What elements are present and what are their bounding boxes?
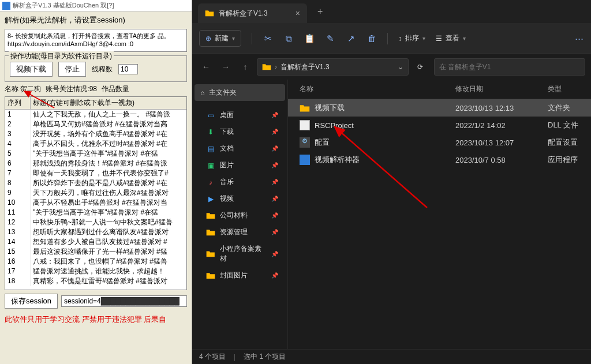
status-bar: 4 个项目 | 选中 1 个项目 <box>192 349 591 364</box>
view-button[interactable]: ☰ 查看 ▾ <box>436 33 466 43</box>
table-row[interactable]: 5"关于我想当高手这件事"#猛兽派对 #在猛 <box>5 149 186 159</box>
parse-label: 解析(如果无法解析，请设置session) <box>0 12 192 28</box>
save-session-button[interactable]: 保存session <box>5 294 58 309</box>
table-row[interactable]: 16八戒：我回来了，也没帽了#猛兽派对 #猛兽 <box>5 257 186 267</box>
folder-icon <box>262 63 271 71</box>
app-icon <box>2 2 10 10</box>
title-text: 解析盒子V1.3 基础版DouChen 双[?] <box>13 1 114 10</box>
toolbar: ⊕ 新建 ▾ ✂ ⧉ 📋 ✎ ↗ 🗑 ↕ 排序 ▾ ☰ 查看 ▾ ⋯ <box>192 23 591 54</box>
copy-icon[interactable]: ⧉ <box>283 33 294 44</box>
sidebar-item[interactable]: 公司材料📌 <box>194 207 285 224</box>
sidebar: ⌂ 主文件夹 ▭桌面📌⬇下载📌▤文档📌▣图片📌♪音乐📌▶视频📌公司材料📌资源管理… <box>192 80 288 349</box>
table-row[interactable]: 4高手从不回头，优雅永不过时#猛兽派对 #在 <box>5 139 186 149</box>
header-title: 标题(右键可删除或下载单一视频) <box>31 97 186 109</box>
table-row[interactable]: 9天下万般兵刃，唯有过往伤人最深#猛兽派对 <box>5 188 186 198</box>
header-type[interactable]: 类型 <box>548 84 585 94</box>
tab-close-icon[interactable]: × <box>296 9 300 18</box>
thread-label: 线程数 <box>92 65 113 74</box>
new-button[interactable]: ⊕ 新建 ▾ <box>199 30 241 47</box>
sidebar-item[interactable]: 小程序备案素材📌 <box>194 241 285 267</box>
status-count: 4 个项目 <box>199 352 226 362</box>
cut-icon[interactable]: ✂ <box>263 33 273 44</box>
table-row[interactable]: 10高手从不轻易出手#猛兽派对 #在猛兽派对当 <box>5 198 186 208</box>
table-row[interactable]: 18真精彩，不愧是红雷哥#猛兽派对 #猛兽派对 <box>5 276 186 286</box>
nav-row: ← → ↑ › 音解析盒子V1.3 ⌄ ⟳ 在 音解析盒子V1 <box>192 54 591 80</box>
table-row[interactable]: 12中秋快乐鸭~那就一人说一句中秋文案吧#猛兽 <box>5 217 186 227</box>
disclaimer: 此软件只用于学习交流 严禁用于违法犯罪 后果自 <box>0 312 192 327</box>
table-row[interactable]: 2单枪匹马又何妨#猛兽派对 #在猛兽派对当高 <box>5 119 186 129</box>
table-row[interactable]: 6那就浅浅的秀段身法！#猛兽派对 #在猛兽派 <box>5 159 186 168</box>
left-app-window: 解析盒子V1.3 基础版DouChen 双[?] 解析(如果无法解析，请设置se… <box>0 0 192 364</box>
table-row[interactable]: 3没开玩笑，场外有个咸鱼高手#猛兽派对 #在 <box>5 129 186 139</box>
table-row[interactable]: 8所以炸弹炸下去的是不是八戒#猛兽派对 #在 <box>5 178 186 188</box>
file-explorer: 音解析盒子V1.3 × + ⊕ 新建 ▾ ✂ ⧉ 📋 ✎ ↗ 🗑 ↕ 排序 ▾ … <box>192 0 591 364</box>
sidebar-home[interactable]: ⌂ 主文件夹 <box>194 84 285 101</box>
more-icon[interactable]: ⋯ <box>574 33 584 44</box>
grid-header: 序列 标题(右键可删除或下载单一视频) <box>5 97 186 110</box>
home-icon: ⌂ <box>200 89 204 97</box>
header-date[interactable]: 修改日期 <box>455 84 548 94</box>
ops-group: 操作功能(母目录为软件运行目录) 视频下载 停止 线程数 <box>5 55 187 82</box>
header-seq: 序列 <box>5 97 31 109</box>
table-row[interactable]: 17猛兽派对速通挑战，谁能比我快，求超越！ <box>5 267 186 276</box>
tab-bar: 音解析盒子V1.3 × + <box>192 0 591 23</box>
chevron-down-icon: ▾ <box>232 35 235 42</box>
thread-input[interactable] <box>118 64 138 74</box>
info-works: 作品数量 <box>102 84 129 94</box>
sidebar-item[interactable]: ▭桌面📌 <box>194 107 285 123</box>
new-tab-button[interactable]: + <box>317 6 323 17</box>
file-row[interactable]: RSCProject2022/1/2 14:02DLL 文件 <box>288 117 591 134</box>
folder-icon <box>205 9 214 17</box>
sidebar-item[interactable]: ♪音乐📌 <box>194 174 285 190</box>
header-name[interactable]: 名称 <box>294 84 455 94</box>
delete-icon[interactable]: 🗑 <box>366 33 377 44</box>
sidebar-item[interactable]: 封面图片📌 <box>194 267 285 284</box>
sort-button[interactable]: ↕ 排序 ▾ <box>398 33 425 43</box>
table-row[interactable]: 1仙人之下我无敌，仙人之上一换一。 #猛兽派 <box>5 110 186 119</box>
share-icon[interactable]: ↗ <box>346 33 356 44</box>
table-row[interactable]: 13想听听大家都遇到过什么离谱队友#猛兽派对 <box>5 227 186 237</box>
address-bar[interactable]: › 音解析盒子V1.3 ⌄ <box>257 58 409 76</box>
tab-current[interactable]: 音解析盒子V1.3 × <box>198 3 307 23</box>
refresh-button[interactable]: ⟳ <box>412 59 428 75</box>
up-button[interactable]: ↑ <box>237 59 253 75</box>
file-row[interactable]: 视频解析神器2023/10/7 0:58应用程序 <box>288 151 591 168</box>
info-line: 名称 贺二狗 账号关注情况:98 作品数量 <box>5 84 187 94</box>
file-row[interactable]: 视频下载2023/10/13 12:13文件夹 <box>288 99 591 117</box>
info-name: 名称 贺二狗 <box>5 84 41 94</box>
url-input[interactable]: 8- 长按复制此条消息，打开抖音搜索，查看TA的更多 品。 https://v.… <box>5 29 187 52</box>
forward-button[interactable]: → <box>218 59 234 75</box>
video-grid[interactable]: 序列 标题(右键可删除或下载单一视频) 1仙人之下我无敌，仙人之上一换一。 #猛… <box>5 96 187 290</box>
ops-legend: 操作功能(母目录为软件运行目录) <box>9 51 114 61</box>
file-header: 名称 修改日期 类型 <box>288 80 591 99</box>
file-row[interactable]: ⚙配置2023/10/13 12:07配置设置 <box>288 134 591 151</box>
sidebar-item[interactable]: ⬇下载📌 <box>194 123 285 140</box>
table-row[interactable]: 14想知道有多少人被自己队友揍过#猛兽派对 # <box>5 237 186 247</box>
sidebar-item[interactable]: 资源管理📌 <box>194 224 285 241</box>
session-field[interactable]: sessionid=4████████████████ <box>61 295 187 307</box>
stop-button[interactable]: 停止 <box>58 62 86 77</box>
breadcrumb[interactable]: 音解析盒子V1.3 <box>280 62 330 72</box>
download-button[interactable]: 视频下载 <box>10 62 53 77</box>
table-row[interactable]: 7即使有一天我变弱了，也并不代表你变强了# <box>5 168 186 178</box>
sidebar-item[interactable]: ▤文档📌 <box>194 140 285 157</box>
sidebar-item[interactable]: ▣图片📌 <box>194 157 285 174</box>
plus-circle-icon: ⊕ <box>205 35 211 43</box>
titlebar: 解析盒子V1.3 基础版DouChen 双[?] <box>0 0 192 12</box>
chevron-down-icon[interactable]: ⌄ <box>398 63 403 71</box>
file-list: 名称 修改日期 类型 视频下载2023/10/13 12:13文件夹RSCPro… <box>288 80 591 349</box>
search-input[interactable]: 在 音解析盒子V1 <box>434 58 586 76</box>
tab-title: 音解析盒子V1.3 <box>219 9 268 18</box>
table-row[interactable]: 15最后这波我这嘴像开了光一样#猛兽派对 #猛 <box>5 247 186 257</box>
info-follow: 账号关注情况:98 <box>46 84 97 94</box>
sort-icon: ↕ <box>398 35 402 43</box>
table-row[interactable]: 11"关于我想当高手这件事"#猛兽派对 #在猛 <box>5 208 186 217</box>
status-selected: 选中 1 个项目 <box>244 352 286 362</box>
view-icon: ☰ <box>436 35 442 43</box>
back-button[interactable]: ← <box>198 59 214 75</box>
sidebar-item[interactable]: ▶视频📌 <box>194 190 285 207</box>
paste-icon[interactable]: 📋 <box>304 33 315 44</box>
rename-icon[interactable]: ✎ <box>325 33 335 44</box>
